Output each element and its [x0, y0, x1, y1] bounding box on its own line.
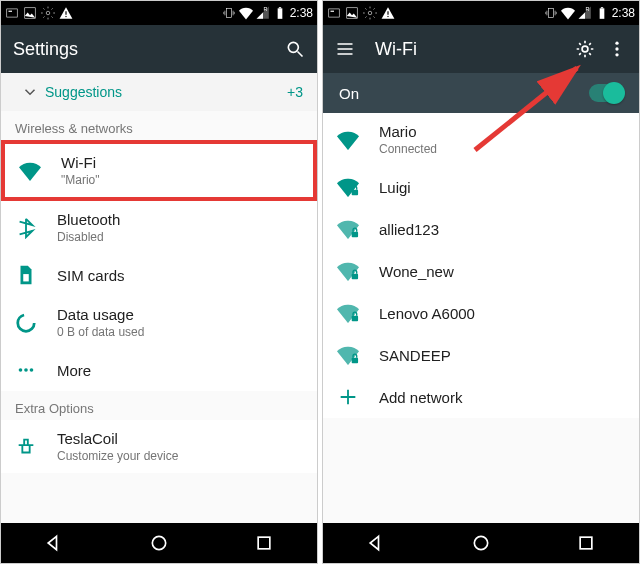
home-button[interactable] — [149, 533, 169, 553]
network-name: Luigi — [379, 179, 639, 196]
teslacoil-label: TeslaCoil — [57, 430, 317, 447]
svg-rect-21 — [331, 11, 335, 12]
svg-rect-26 — [548, 8, 553, 17]
svg-rect-40 — [580, 537, 592, 549]
back-button[interactable] — [366, 533, 386, 553]
svg-point-5 — [46, 11, 50, 15]
network-row[interactable]: Lenovo A6000 — [323, 292, 639, 334]
wifi-signal-icon — [337, 129, 379, 151]
wifi-status-icon — [239, 6, 253, 20]
battery-icon — [595, 6, 609, 20]
network-name: Mario — [379, 123, 639, 140]
page-title: Settings — [13, 39, 273, 60]
bluetooth-row[interactable]: Bluetooth Disabled — [1, 201, 317, 254]
wifi-row[interactable]: Wi-Fi "Mario" — [1, 140, 317, 201]
suggestions-row[interactable]: Suggestions +3 — [1, 73, 317, 111]
network-status: Connected — [379, 142, 639, 156]
svg-rect-28 — [599, 8, 604, 18]
wifi-toggle[interactable] — [589, 84, 623, 102]
nav-bar — [323, 523, 639, 563]
svg-text:R: R — [263, 6, 267, 12]
settings-screen: R 2:38 Settings Suggestions +3 Wireless … — [0, 0, 318, 564]
overflow-icon[interactable] — [607, 39, 627, 59]
svg-rect-2 — [7, 9, 18, 17]
svg-rect-29 — [600, 7, 602, 8]
home-button[interactable] — [471, 533, 491, 553]
data-usage-row[interactable]: Data usage 0 B of data used — [1, 296, 317, 349]
gear-icon[interactable] — [575, 39, 595, 59]
wifi-sublabel: "Mario" — [61, 173, 313, 187]
notification-icon — [5, 6, 19, 20]
teslacoil-row[interactable]: TeslaCoil Customize your device — [1, 420, 317, 473]
warning-icon — [381, 6, 395, 20]
svg-rect-11 — [278, 7, 280, 8]
recents-button[interactable] — [254, 533, 274, 553]
svg-rect-37 — [352, 316, 358, 322]
network-row[interactable]: SANDEEP — [323, 334, 639, 376]
svg-rect-38 — [352, 358, 358, 364]
app-bar: Settings — [1, 25, 317, 73]
svg-point-30 — [582, 46, 588, 52]
section-header-extra: Extra Options — [1, 391, 317, 420]
notification-icon — [327, 6, 341, 20]
network-row[interactable]: MarioConnected — [323, 113, 639, 166]
signal-icon: R — [578, 6, 592, 20]
network-row[interactable]: allied123 — [323, 208, 639, 250]
svg-point-12 — [288, 42, 298, 52]
suggestions-label: Suggestions — [45, 84, 287, 100]
add-network-row[interactable]: Add network — [323, 376, 639, 418]
clock: 2:38 — [290, 6, 313, 20]
section-header-wireless: Wireless & networks — [1, 111, 317, 140]
bluetooth-sublabel: Disabled — [57, 230, 317, 244]
search-icon[interactable] — [285, 39, 305, 59]
svg-rect-35 — [352, 232, 358, 238]
network-name: Lenovo A6000 — [379, 305, 639, 322]
svg-point-31 — [615, 42, 618, 45]
wifi-toggle-bar: On — [323, 73, 639, 113]
svg-rect-7 — [65, 16, 66, 17]
wifi-signal-icon — [337, 176, 379, 198]
wifi-signal-icon — [337, 260, 379, 282]
wifi-status-icon — [561, 6, 575, 20]
page-title: Wi-Fi — [375, 39, 563, 60]
suggestions-count: +3 — [287, 84, 303, 100]
menu-icon[interactable] — [335, 39, 355, 59]
svg-rect-36 — [352, 274, 358, 280]
wifi-signal-icon — [337, 218, 379, 240]
svg-rect-19 — [258, 537, 270, 549]
svg-rect-24 — [387, 11, 388, 15]
svg-point-39 — [474, 536, 487, 549]
wifi-label: Wi-Fi — [61, 154, 313, 171]
svg-point-18 — [152, 536, 165, 549]
network-list: MarioConnectedLuigiallied123Wone_newLeno… — [323, 113, 639, 523]
svg-rect-34 — [352, 190, 358, 196]
image-icon — [345, 6, 359, 20]
svg-rect-8 — [226, 8, 231, 17]
wifi-icon — [19, 160, 61, 182]
svg-rect-25 — [387, 16, 388, 17]
network-row[interactable]: Luigi — [323, 166, 639, 208]
status-bar: R 2:38 — [1, 1, 317, 25]
more-icon — [15, 359, 57, 381]
network-name: Wone_new — [379, 263, 639, 280]
svg-rect-20 — [329, 9, 340, 17]
more-row[interactable]: More — [1, 349, 317, 391]
bluetooth-icon — [15, 217, 57, 239]
plus-icon — [337, 386, 379, 408]
chevron-down-icon — [15, 83, 45, 101]
app-bar: Wi-Fi — [323, 25, 639, 73]
sim-icon — [15, 264, 57, 286]
data-usage-icon — [15, 312, 57, 334]
network-row[interactable]: Wone_new — [323, 250, 639, 292]
battery-icon — [273, 6, 287, 20]
vibrate-icon — [544, 6, 558, 20]
back-button[interactable] — [44, 533, 64, 553]
nav-bar — [1, 523, 317, 563]
recents-button[interactable] — [576, 533, 596, 553]
network-name: allied123 — [379, 221, 639, 238]
data-usage-label: Data usage — [57, 306, 317, 323]
clock: 2:38 — [612, 6, 635, 20]
data-usage-sublabel: 0 B of data used — [57, 325, 317, 339]
teslacoil-sublabel: Customize your device — [57, 449, 317, 463]
sim-row[interactable]: SIM cards — [1, 254, 317, 296]
